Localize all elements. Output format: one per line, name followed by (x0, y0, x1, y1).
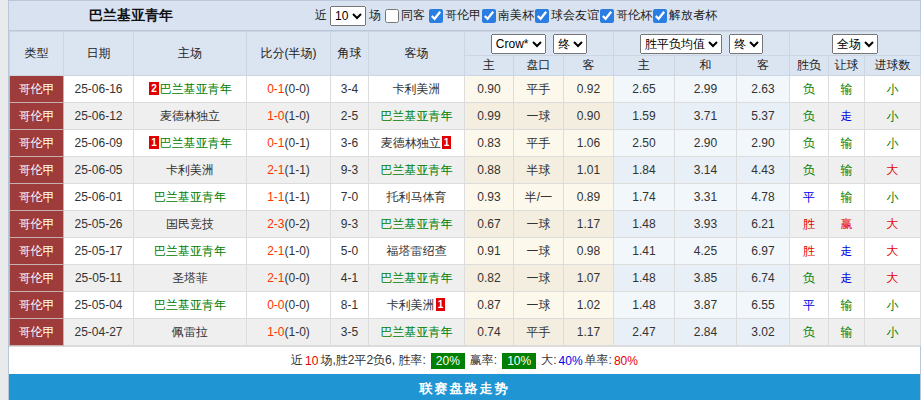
result-cell: 平 (790, 292, 829, 319)
home-team-cell[interactable]: 圣塔菲 (134, 265, 247, 292)
ah-home-odds: 0.99 (465, 103, 514, 130)
competition-label: 南美杯 (498, 7, 534, 24)
col-header-score: 比分(半场) (247, 32, 331, 76)
away-team-cell[interactable]: 卡利美洲1 (369, 292, 465, 319)
eu-away-odds: 2.63 (737, 76, 790, 103)
corner-cell: 4-1 (331, 265, 369, 292)
date-cell: 25-04-27 (64, 319, 134, 346)
ah-line: 一球 (514, 292, 564, 319)
competition-filter[interactable]: 哥伦杯 (599, 7, 652, 24)
away-team-cell[interactable]: 卡利美洲 (369, 76, 465, 103)
away-team-cell[interactable]: 麦德林独立1 (369, 130, 465, 157)
home-team-cell[interactable]: 卡利美洲 (134, 157, 247, 184)
handicap-result-cell: 走 (829, 238, 865, 265)
home-team-cell[interactable]: 1巴兰基亚青年 (134, 130, 247, 157)
filter-bar: 近 10 场 同客 哥伦甲南美杯球会友谊哥伦杯解放者杯 (315, 6, 717, 26)
home-team-cell[interactable]: 巴兰基亚青年 (134, 184, 247, 211)
competition-checkbox[interactable] (600, 9, 614, 23)
col-header-away: 客场 (369, 32, 465, 76)
summary-segment: 近 (291, 352, 303, 369)
corner-cell: 3-6 (331, 130, 369, 157)
competition-filter[interactable]: 哥伦甲 (428, 7, 481, 24)
summary-segment: 大: (541, 352, 556, 369)
col-header-eu-home: 主 (614, 56, 675, 76)
summary-segment: 10 (305, 354, 318, 368)
league-cell: 哥伦甲 (10, 319, 64, 346)
away-team-cell[interactable]: 托利马体育 (369, 184, 465, 211)
rank-badge: 1 (442, 136, 452, 149)
date-cell: 25-06-16 (64, 76, 134, 103)
score-cell: 0-1(0-1) (247, 130, 331, 157)
summary-segment: 80% (614, 354, 638, 368)
col-header-goals: 进球数 (865, 56, 921, 76)
summary-segment: 20% (431, 353, 465, 369)
home-team-cell[interactable]: 2巴兰基亚青年 (134, 76, 247, 103)
home-team-cell[interactable]: 巴兰基亚青年 (134, 238, 247, 265)
ah-away-odds: 0.90 (564, 103, 614, 130)
competition-checkbox[interactable] (535, 9, 549, 23)
result-cell: 负 (790, 103, 829, 130)
corner-cell: 7-0 (331, 184, 369, 211)
league-cell: 哥伦甲 (10, 157, 64, 184)
eu-draw-odds: 2.90 (675, 130, 737, 157)
away-team-cell[interactable]: 巴兰基亚青年 (369, 319, 465, 346)
eu-away-odds: 6.21 (737, 211, 790, 238)
handicap-result-cell: 输 (829, 76, 865, 103)
goals-result-cell: 小 (865, 76, 921, 103)
league-cell: 哥伦甲 (10, 76, 64, 103)
away-team-cell[interactable]: 巴兰基亚青年 (369, 211, 465, 238)
score-cell: 1-0(1-0) (247, 103, 331, 130)
eu-home-odds: 2.65 (614, 76, 675, 103)
ah-away-odds: 1.01 (564, 157, 614, 184)
away-team-cell[interactable]: 巴兰基亚青年 (369, 157, 465, 184)
result-cell: 负 (790, 265, 829, 292)
col-header-date: 日期 (64, 32, 134, 76)
ah-away-odds: 0.92 (564, 76, 614, 103)
ah-line: 一球 (514, 103, 564, 130)
ah-home-odds: 0.67 (465, 211, 514, 238)
handicap-result-cell: 输 (829, 292, 865, 319)
ah-home-odds: 0.74 (465, 319, 514, 346)
competition-filter[interactable]: 南美杯 (481, 7, 534, 24)
same-venue-filter[interactable]: 同客 (384, 7, 425, 24)
ah-time-select[interactable]: 终 (553, 34, 587, 54)
eu-home-odds: 2.47 (614, 319, 675, 346)
competition-filter[interactable]: 球会友谊 (534, 7, 599, 24)
eu-home-odds: 1.41 (614, 238, 675, 265)
goals-result-cell: 小 (865, 130, 921, 157)
handicap-result-cell: 输 (829, 130, 865, 157)
home-team-cell[interactable]: 麦德林独立 (134, 103, 247, 130)
same-venue-checkbox[interactable] (385, 9, 399, 23)
bookmaker-select[interactable]: Crow* (491, 34, 546, 54)
competition-checkbox[interactable] (482, 9, 496, 23)
home-team-cell[interactable]: 国民竞技 (134, 211, 247, 238)
eu-time-select[interactable]: 终 (729, 34, 763, 54)
away-team-cell[interactable]: 巴兰基亚青年 (369, 265, 465, 292)
rank-badge: 1 (149, 136, 159, 149)
competition-checkbox[interactable] (653, 9, 667, 23)
score-cell: 1-1(1-1) (247, 184, 331, 211)
eu-away-odds: 2.90 (737, 130, 790, 157)
competition-label: 球会友谊 (551, 7, 599, 24)
date-cell: 25-06-05 (64, 157, 134, 184)
recent-count-select[interactable]: 10 (330, 6, 366, 26)
ah-away-odds: 1.06 (564, 130, 614, 157)
page: 巴兰基亚青年 近 10 场 同客 哥伦甲南美杯球会友谊哥伦杯解放者杯 (0, 0, 921, 400)
col-header-handicap: 让球 (829, 56, 865, 76)
home-team-cell[interactable]: 巴兰基亚青年 (134, 292, 247, 319)
table-body: 哥伦甲 25-06-16 2巴兰基亚青年 0-1(0-0) 3-4 卡利美洲 0… (10, 76, 921, 346)
away-team-cell[interactable]: 巴兰基亚青年 (369, 103, 465, 130)
scope-select[interactable]: 全场 (832, 34, 878, 54)
europe-odds-select[interactable]: 胜平负均值 (640, 34, 722, 54)
away-team-cell[interactable]: 福塔雷绍查 (369, 238, 465, 265)
league-trend-tab[interactable]: 联赛盘路走势 (9, 374, 920, 400)
eu-away-odds: 4.43 (737, 157, 790, 184)
score-cell: 0-0(0-0) (247, 292, 331, 319)
competition-filter[interactable]: 解放者杯 (652, 7, 717, 24)
ah-away-odds: 1.07 (564, 265, 614, 292)
home-team-cell[interactable]: 佩雷拉 (134, 319, 247, 346)
goals-result-cell: 大 (865, 211, 921, 238)
match-row: 哥伦甲 25-05-17 巴兰基亚青年 2-1(1-0) 5-0 福塔雷绍查 0… (10, 238, 921, 265)
ah-home-odds: 0.87 (465, 292, 514, 319)
competition-checkbox[interactable] (429, 9, 443, 23)
